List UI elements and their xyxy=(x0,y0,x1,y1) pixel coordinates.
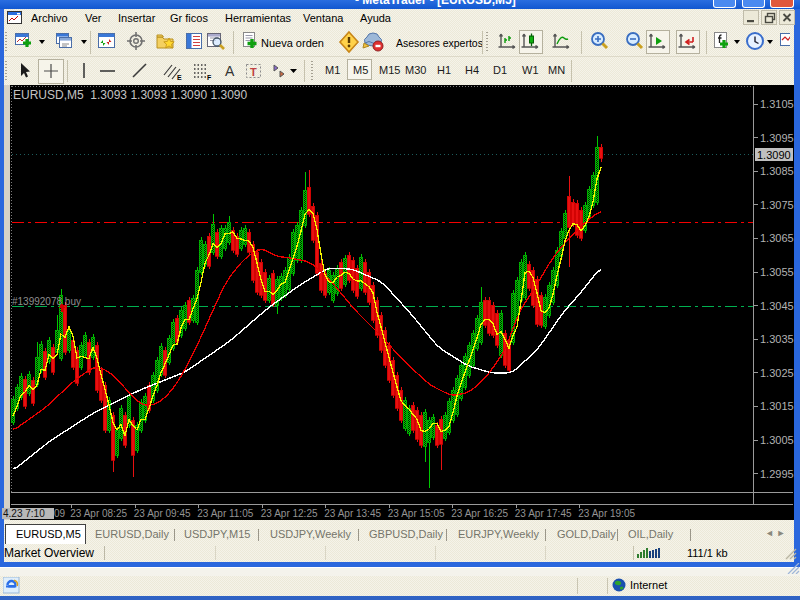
svg-text:1.3005: 1.3005 xyxy=(760,434,794,446)
svg-text:1.3105: 1.3105 xyxy=(760,98,794,110)
svg-text:1.3055: 1.3055 xyxy=(760,266,794,278)
svg-text:1.3025: 1.3025 xyxy=(760,367,794,379)
svg-text:E: E xyxy=(177,74,182,81)
svg-text:23 Apr 19:05: 23 Apr 19:05 xyxy=(578,508,635,519)
svg-text:23 Apr 09:45: 23 Apr 09:45 xyxy=(134,508,191,519)
svg-text:1.3045: 1.3045 xyxy=(760,300,794,312)
svg-text:1.3035: 1.3035 xyxy=(760,333,794,345)
svg-text:23 Apr 12:25: 23 Apr 12:25 xyxy=(261,508,318,519)
svg-text:T: T xyxy=(250,66,257,78)
svg-text:A: A xyxy=(225,63,235,79)
svg-text:23 Apr 15:05: 23 Apr 15:05 xyxy=(388,508,445,519)
svg-text:1.3015: 1.3015 xyxy=(760,400,794,412)
svg-text:1.3065: 1.3065 xyxy=(760,232,794,244)
svg-text:23 Apr 08:25: 23 Apr 08:25 xyxy=(70,508,127,519)
svg-text:23 Apr 13:45: 23 Apr 13:45 xyxy=(324,508,381,519)
svg-text:23 Apr 16:25: 23 Apr 16:25 xyxy=(451,508,508,519)
svg-text:EURUSD,M5 1.3093 1.3093 1.309: EURUSD,M5 1.3093 1.3093 1.3090 1.3090 xyxy=(13,88,247,102)
svg-text:1.3090: 1.3090 xyxy=(757,149,791,161)
svg-text:23 Apr 11:05: 23 Apr 11:05 xyxy=(197,508,253,519)
svg-text:09: 09 xyxy=(54,508,66,519)
svg-text:#13992078 buy: #13992078 buy xyxy=(12,296,81,307)
svg-text:F: F xyxy=(207,74,212,81)
svg-text:1.3085: 1.3085 xyxy=(760,165,794,177)
svg-text:4.23 7:10: 4.23 7:10 xyxy=(3,508,45,519)
svg-text:1.3075: 1.3075 xyxy=(760,199,794,211)
svg-text:1.2995: 1.2995 xyxy=(760,468,794,480)
svg-text:1.3095: 1.3095 xyxy=(760,132,794,144)
svg-text:23 Apr 17:45: 23 Apr 17:45 xyxy=(515,508,572,519)
